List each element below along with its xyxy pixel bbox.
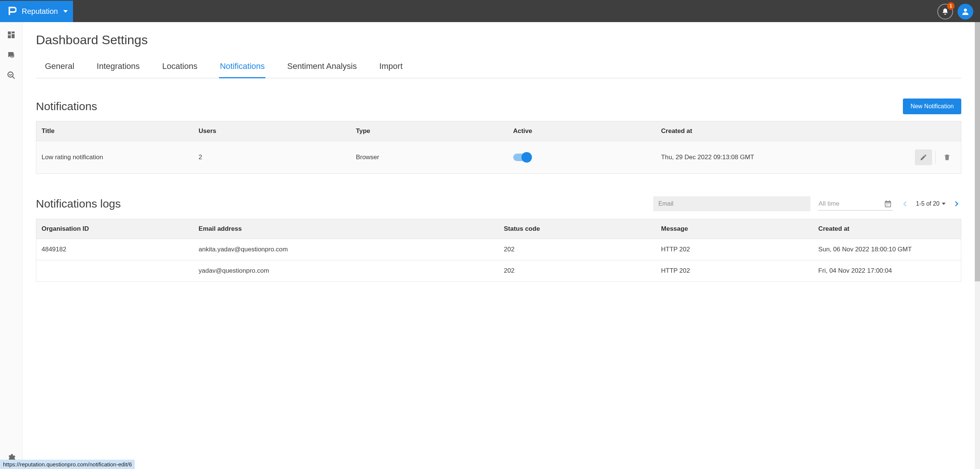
pager-next[interactable]	[951, 199, 961, 209]
topbar: Reputation 1	[0, 0, 980, 22]
cell-active	[508, 141, 656, 174]
pager-prev[interactable]	[900, 199, 910, 209]
date-filter-label: All time	[819, 200, 880, 207]
col-title: Title	[36, 121, 194, 141]
svg-rect-2	[12, 32, 14, 34]
tabs: General Integrations Locations Notificat…	[36, 56, 961, 78]
active-toggle[interactable]	[513, 153, 530, 161]
cell-email: ankita.yadav@questionpro.com	[194, 239, 499, 260]
table-row: Low rating notification 2 Browser Thu, 2…	[36, 141, 961, 174]
top-icons: 1	[937, 4, 980, 19]
trash-icon	[943, 153, 951, 161]
tab-import[interactable]: Import	[379, 56, 403, 78]
date-filter[interactable]: All time	[818, 198, 893, 211]
col-type: Type	[351, 121, 508, 141]
tab-sentiment-analysis[interactable]: Sentiment Analysis	[286, 56, 358, 78]
cell-message: HTTP 202	[656, 260, 813, 282]
pager-range[interactable]: 1-5 of 20	[916, 200, 945, 207]
col-created-at: Created at	[656, 121, 859, 141]
notifications-title: Notifications	[36, 100, 97, 113]
notifications-button[interactable]: 1	[937, 4, 953, 19]
svg-point-5	[8, 72, 13, 77]
cell-users: 2	[194, 141, 351, 174]
logs-table: Organisation ID Email address Status cod…	[36, 219, 961, 282]
profile-button[interactable]	[958, 4, 973, 19]
cell-title: Low rating notification	[36, 141, 194, 174]
chevron-right-icon	[953, 200, 960, 207]
calendar-icon	[884, 199, 892, 208]
page-title: Dashboard Settings	[36, 33, 961, 47]
cell-message: HTTP 202	[656, 239, 813, 260]
dashboard-icon[interactable]	[7, 30, 16, 39]
status-bar-url: https://reputation.questionpro.com/notif…	[0, 459, 135, 469]
col-status: Status code	[499, 219, 656, 239]
cell-status: 202	[499, 260, 656, 282]
svg-rect-4	[8, 35, 11, 38]
edit-button[interactable]	[915, 150, 932, 165]
delete-button[interactable]	[939, 150, 956, 165]
logs-title: Notifications logs	[36, 198, 121, 210]
brand-logo-icon	[8, 6, 16, 17]
person-icon	[961, 7, 970, 16]
divider	[935, 151, 935, 164]
col-org-id: Organisation ID	[36, 219, 194, 239]
cell-created-at: Sun, 06 Nov 2022 18:00:10 GMT	[813, 239, 961, 260]
notifications-table: Title Users Type Active Created at Low r…	[36, 121, 961, 174]
chevron-down-icon	[63, 10, 68, 13]
col-created-at: Created at	[813, 219, 961, 239]
new-notification-button[interactable]: New Notification	[903, 99, 961, 114]
brand-label: Reputation	[22, 7, 58, 16]
content: Dashboard Settings General Integrations …	[22, 22, 975, 469]
svg-rect-3	[12, 34, 14, 38]
chevron-down-icon	[942, 203, 945, 205]
cell-created-at: Thu, 29 Dec 2022 09:13:08 GMT	[656, 141, 859, 174]
brand-dropdown[interactable]: Reputation	[0, 1, 73, 22]
table-row: 4849182 ankita.yadav@questionpro.com 202…	[36, 239, 961, 260]
pencil-icon	[920, 153, 927, 161]
chevron-left-icon	[901, 200, 909, 207]
sidebar	[0, 22, 22, 469]
tab-general[interactable]: General	[44, 56, 75, 78]
col-users: Users	[194, 121, 351, 141]
cell-created-at: Fri, 04 Nov 2022 17:00:04	[813, 260, 961, 282]
bell-icon	[942, 8, 949, 15]
col-active: Active	[508, 121, 656, 141]
cell-org-id	[36, 260, 194, 282]
svg-rect-1	[8, 32, 11, 35]
scrollbar[interactable]	[975, 22, 980, 469]
cell-org-id: 4849182	[36, 239, 194, 260]
notifications-badge: 1	[947, 2, 955, 10]
col-email: Email address	[194, 219, 499, 239]
email-search	[653, 196, 810, 211]
table-row: yadav@questionpro.com 202 HTTP 202 Fri, …	[36, 260, 961, 282]
pager: 1-5 of 20	[900, 199, 961, 209]
reviews-icon[interactable]	[7, 51, 16, 59]
tab-locations[interactable]: Locations	[161, 56, 198, 78]
col-message: Message	[656, 219, 813, 239]
email-search-input[interactable]	[653, 196, 810, 211]
tab-notifications[interactable]: Notifications	[219, 56, 266, 78]
cell-email: yadav@questionpro.com	[194, 260, 499, 282]
tab-integrations[interactable]: Integrations	[96, 56, 140, 78]
search-sentiment-icon[interactable]	[7, 71, 16, 80]
cell-type: Browser	[351, 141, 508, 174]
svg-point-0	[964, 9, 967, 12]
cell-status: 202	[499, 239, 656, 260]
